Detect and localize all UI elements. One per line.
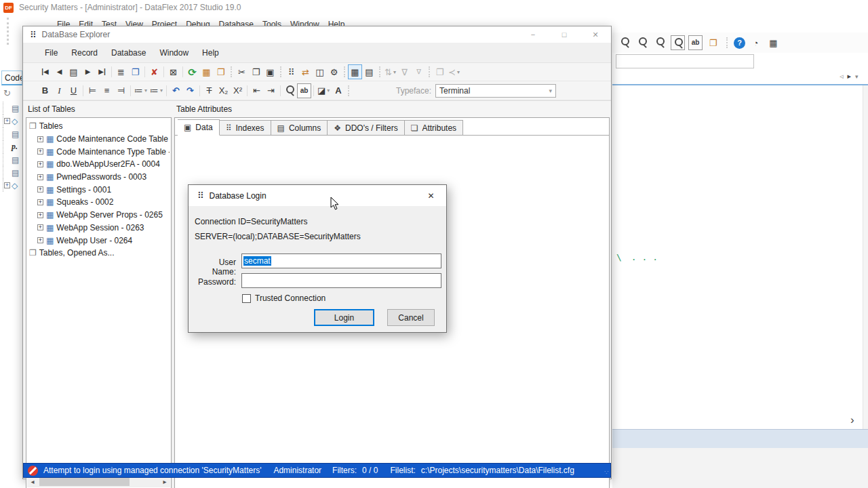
menu-item[interactable]: Database [104,48,153,58]
close-button[interactable]: ✕ [580,26,611,43]
grid-icon[interactable]: ▦ [766,35,781,50]
erase-table-icon[interactable]: ⊠ [166,64,180,79]
grid-view-icon[interactable]: ▦ [348,64,362,79]
bullet-list-icon[interactable]: ≔ [149,83,164,98]
explorer-titlebar[interactable]: ⠿ DataBase Explorer − □ ✕ [23,26,611,43]
tree-item[interactable]: + ▦ ❐ dbo.WebAppUser2FA - 0004 [27,158,170,171]
expand-icon[interactable]: + [37,224,43,230]
expand-icon[interactable]: + [37,199,43,205]
search-next-icon[interactable] [653,35,667,50]
scrollbar-thumb[interactable] [39,477,130,486]
menu-item[interactable]: File [38,48,64,58]
cut-icon[interactable]: ✂ [235,64,249,79]
refresh-icon[interactable]: ⟳ [185,64,199,79]
sort-filter-icon[interactable]: ⇅ [383,64,397,79]
numbered-list-icon[interactable]: ≔ [133,83,149,98]
studio-search-input[interactable] [616,54,754,68]
overflow-chevron-icon[interactable]: › [850,413,854,427]
expand-icon[interactable]: + [4,182,10,188]
tree-item[interactable]: + ▦ ❐ Tables [27,120,170,133]
code-tree-item[interactable]: + ◇ [3,115,22,127]
filter-icon[interactable]: ∇ [397,64,412,79]
strikethrough-icon[interactable]: T [202,83,216,98]
typeface-select[interactable]: Terminal ▾ [435,84,556,98]
panel-layout-icon[interactable]: ◫ [313,64,327,79]
username-field[interactable]: secmat [241,253,441,268]
expand-icon[interactable]: + [37,186,43,192]
tree-item[interactable]: + ▦ ❐ Code Maintenance Type Table - [27,145,170,158]
code-tree-item[interactable]: + ▤ [3,153,22,166]
expand-icon[interactable]: + [37,161,43,167]
open-in-dataflex-icon[interactable]: ⇄ [298,64,313,79]
workspace-open-icon[interactable]: ❐ [706,35,720,50]
open-table-as-icon[interactable]: ❐ [214,64,228,79]
delete-record-icon[interactable]: ✘ [147,64,161,79]
bold-icon[interactable]: B [38,83,52,98]
code-tree-item[interactable]: + ▤ [3,166,22,179]
login-button[interactable]: Login [314,309,374,326]
code-tree-item[interactable]: + ◇ [3,179,22,192]
expand-icon[interactable]: + [37,174,43,180]
first-record-icon[interactable]: |◀ [38,64,52,79]
search-previous-icon[interactable] [635,35,650,50]
next-record-icon[interactable]: ▶ [81,64,95,79]
outdent-icon[interactable]: ⇤ [250,83,264,98]
dialog-close-button[interactable]: ✕ [416,185,446,206]
align-right-icon[interactable]: ⊨ [114,83,128,98]
tab[interactable]: ❖ DDO's / Filters [328,120,404,136]
tab[interactable]: ⠿ Indexes [220,120,271,136]
trusted-connection-checkbox[interactable] [242,294,251,303]
tree-item[interactable]: + ▦ ❐ WebApp Session - 0263 [27,222,170,235]
tab-scroll-left-icon[interactable]: ◃ [840,72,844,81]
minimize-button[interactable]: − [517,26,549,43]
font-icon[interactable]: A [331,83,345,98]
tree-item[interactable]: + ▦ ❐ PwnedPasswords - 0003 [27,171,170,184]
tab[interactable]: ▤ Columns [271,120,328,136]
tree-item[interactable]: + ▦ ❐ Tables, Opened As... [27,247,170,260]
scroll-right-icon[interactable]: ▸ [159,478,170,485]
indent-icon[interactable]: ⇥ [264,83,278,98]
password-field[interactable] [241,273,441,288]
maximize-button[interactable]: □ [549,26,580,43]
tab-scroll-right-icon[interactable]: ▸ [848,72,852,81]
restructure-table-icon[interactable]: ▦ [199,64,214,79]
redo-icon[interactable]: ↷ [183,83,197,98]
save-record-icon[interactable]: ❐ [128,64,142,79]
code-tree-item[interactable]: + ▤ [3,127,22,140]
help-icon[interactable]: ? [734,37,745,49]
align-center-icon[interactable]: ≡ [100,83,114,98]
replace-icon[interactable]: ab [688,35,703,50]
relationships-icon[interactable]: ≺ [447,64,461,79]
expand-icon[interactable]: + [37,148,43,155]
menu-item[interactable]: Window [153,48,195,58]
form-view-icon[interactable]: ▤ [362,64,376,79]
copy-icon[interactable]: ❐ [249,64,263,79]
superscript-icon[interactable]: X² [231,83,245,98]
menu-item[interactable]: Record [64,48,104,58]
underline-icon[interactable]: U [66,83,81,98]
dialog-titlebar[interactable]: ⠿ Database Login ✕ [189,185,446,206]
previous-record-icon[interactable]: ◀ [52,64,66,79]
search-icon[interactable] [618,35,632,50]
expand-icon[interactable]: + [37,212,43,218]
tab[interactable]: ❏ Attributes [405,120,463,136]
find-replace-icon[interactable]: ab [297,83,311,98]
editor-scrollbar[interactable] [863,85,868,429]
tab-list-caret-icon[interactable]: ▾ [855,73,859,80]
scroll-left-icon[interactable]: ◂ [27,478,38,485]
tab[interactable]: ▣ Data [178,119,220,136]
resource-usage-icon[interactable]: ◔ [749,35,763,50]
clear-record-icon[interactable]: ≣ [114,64,128,79]
align-left-icon[interactable]: ⊨ [85,83,100,98]
tree-item[interactable]: + ▦ ❐ Settings - 0001 [27,183,170,196]
undo-icon[interactable]: ↶ [169,83,183,98]
code-tree-item[interactable]: + ▤ [3,102,22,115]
search-in-files-icon[interactable] [671,35,685,50]
color-picker-icon[interactable]: ◪ [316,83,331,98]
menu-item[interactable]: Help [195,48,226,58]
expand-icon[interactable]: + [37,237,43,243]
advanced-filter-icon[interactable]: ∇ [412,64,426,79]
code-tree-item[interactable]: + p. [3,140,22,153]
expand-icon[interactable]: + [37,136,43,142]
subscript-icon[interactable]: X₂ [216,83,231,98]
